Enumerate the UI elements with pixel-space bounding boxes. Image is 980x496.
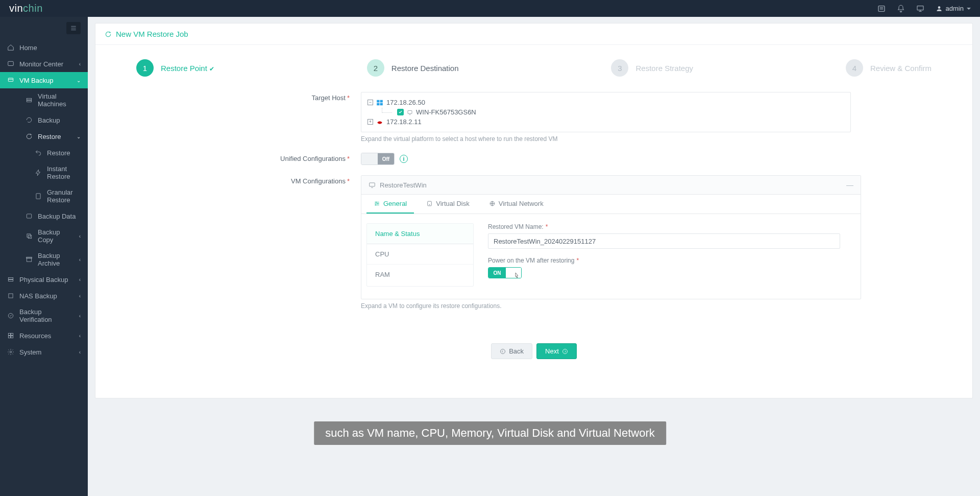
chevron-left-icon: ‹: [79, 349, 81, 355]
vm-config-panel: RestoreTestWin — General Virt: [361, 175, 861, 299]
sidebar: Home Monitor Center ‹ VM Backup ⌄ Virtua…: [0, 17, 88, 496]
bolt-icon: [35, 169, 42, 176]
toggle-knob: [361, 153, 378, 164]
step-number: 4: [846, 59, 863, 77]
nav-instant-restore[interactable]: Instant Restore: [12, 161, 88, 184]
nav-backup[interactable]: Backup: [12, 112, 88, 128]
svg-point-47: [501, 349, 505, 353]
svg-rect-17: [27, 234, 30, 237]
tree-expand-icon[interactable]: +: [368, 119, 373, 125]
tab-general[interactable]: General: [366, 195, 414, 214]
tree-checkbox-checked[interactable]: [397, 109, 404, 115]
next-button[interactable]: Next: [536, 343, 577, 359]
nav-label: Backup Verification: [19, 308, 74, 323]
sidebar-collapse-button[interactable]: [66, 22, 81, 34]
nav-system[interactable]: System ‹: [0, 344, 88, 360]
step-number: 2: [367, 59, 384, 77]
check-icon: ✔: [209, 65, 214, 73]
list-icon[interactable]: [877, 5, 886, 13]
sidelist-cpu[interactable]: CPU: [367, 244, 473, 265]
nav-backup-verification[interactable]: Backup Verification ‹: [0, 304, 88, 327]
svg-rect-32: [377, 103, 379, 105]
svg-rect-18: [28, 235, 31, 238]
svg-rect-27: [8, 336, 10, 338]
chevron-left-icon: ‹: [79, 61, 81, 67]
svg-rect-20: [27, 257, 32, 258]
svg-rect-23: [9, 294, 13, 298]
sidelist-ram[interactable]: RAM: [367, 265, 473, 285]
tab-body: Name & Status CPU RAM Restored VM Name:*: [361, 214, 861, 299]
nav-label: Backup Data: [38, 212, 76, 220]
field-vm-config: RestoreTestWin — General Virt: [361, 175, 861, 310]
svg-rect-26: [11, 333, 13, 335]
server-icon: [26, 97, 33, 104]
copy-icon: [26, 232, 33, 240]
nav-label: Restore: [38, 133, 61, 140]
sidelist-name-status[interactable]: Name & Status: [367, 224, 473, 244]
tab-label: Virtual Network: [499, 200, 544, 207]
svg-rect-14: [27, 101, 31, 102]
nav-label: Restore: [47, 149, 70, 157]
display-icon: [369, 181, 376, 188]
svg-rect-44: [428, 201, 432, 206]
nav-monitor-center[interactable]: Monitor Center ‹: [0, 56, 88, 72]
nas-icon: [7, 292, 14, 299]
bell-icon[interactable]: [897, 5, 905, 13]
restored-vm-name-input[interactable]: [488, 233, 840, 249]
vm-panel-header[interactable]: RestoreTestWin —: [361, 176, 861, 195]
unified-config-toggle[interactable]: Off: [361, 153, 395, 165]
monitor-icon[interactable]: [916, 5, 924, 13]
nav-home[interactable]: Home: [0, 39, 88, 56]
field-target-host: − 172.18.26.50 WIN-FK56753GS6N: [361, 92, 851, 143]
svg-rect-21: [8, 278, 13, 279]
nav-nas-backup[interactable]: NAS Backup ‹: [0, 288, 88, 304]
nav-virtual-machines[interactable]: Virtual Machines: [12, 88, 88, 112]
tree-node-vm1[interactable]: WIN-FK56753GS6N: [368, 107, 844, 117]
nav-restore[interactable]: Restore ⌄: [12, 128, 88, 145]
tree-node-host2[interactable]: + 172.18.2.11: [368, 117, 844, 127]
chevron-down-icon: ⌄: [77, 78, 81, 83]
step-number: 3: [611, 59, 628, 77]
general-sidelist: Name & Status CPU RAM: [366, 223, 474, 287]
host-tree[interactable]: − 172.18.26.50 WIN-FK56753GS6N: [361, 92, 851, 132]
info-icon[interactable]: i: [400, 155, 408, 163]
step-label: Review & Confirm: [870, 64, 932, 73]
power-on-toggle[interactable]: ON: [488, 267, 522, 278]
gear-icon: [7, 348, 14, 356]
chevron-left-icon: ‹: [79, 277, 81, 282]
data-icon: [26, 212, 33, 220]
svg-point-48: [562, 349, 567, 353]
tree-collapse-icon[interactable]: −: [368, 100, 373, 105]
label-text: Power on the VM after restoring: [488, 257, 574, 264]
nav-label: Virtual Machines: [38, 92, 81, 108]
label-restored-vm-name: Restored VM Name:*: [488, 223, 849, 230]
nav-label: Home: [19, 44, 37, 52]
svg-rect-30: [377, 100, 379, 102]
tab-virtual-network[interactable]: Virtual Network: [482, 195, 551, 214]
user-menu[interactable]: admin: [936, 5, 971, 12]
collapse-icon[interactable]: —: [846, 181, 853, 189]
step-label-text: Restore Point: [161, 64, 207, 73]
back-button[interactable]: Back: [491, 343, 532, 359]
step-3[interactable]: 3 Restore Strategy: [611, 59, 693, 77]
nav-vm-backup[interactable]: VM Backup ⌄: [0, 72, 88, 88]
tree-node-host1[interactable]: − 172.18.26.50: [368, 98, 844, 107]
nav-physical-backup[interactable]: Physical Backup ‹: [0, 271, 88, 288]
nav-restore-sub[interactable]: Restore: [12, 145, 88, 161]
nav-resources[interactable]: Resources ‹: [0, 327, 88, 344]
step-1[interactable]: 1 Restore Point✔: [136, 59, 214, 77]
step-2[interactable]: 2 Restore Destination: [367, 59, 459, 77]
label-target-host: Target Host*: [95, 92, 361, 102]
svg-rect-34: [408, 110, 412, 113]
restore-icon: [26, 133, 33, 140]
step-4[interactable]: 4 Review & Confirm: [846, 59, 932, 77]
nav-backup-archive[interactable]: Backup Archive ‹: [12, 248, 88, 271]
tab-virtual-disk[interactable]: Virtual Disk: [419, 195, 477, 214]
nav-backup-copy[interactable]: Backup Copy ‹: [12, 224, 88, 248]
tree-label: 172.18.2.11: [386, 118, 422, 126]
row-target-host: Target Host* − 172.18.26.50: [95, 92, 952, 143]
nav-backup-data[interactable]: Backup Data: [12, 208, 88, 224]
svg-point-43: [375, 204, 376, 205]
tree-label: WIN-FK56753GS6N: [416, 108, 476, 116]
nav-granular-restore[interactable]: Granular Restore: [12, 184, 88, 208]
